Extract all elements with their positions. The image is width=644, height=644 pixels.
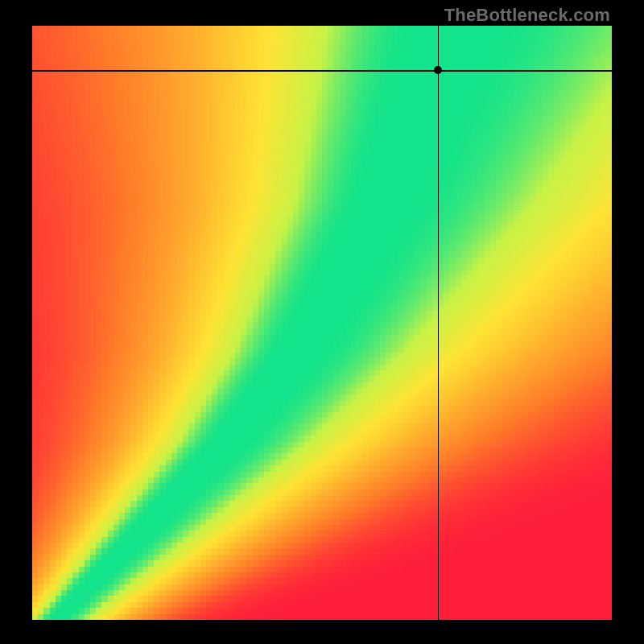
crosshair-vertical-top-extension <box>438 0 439 26</box>
heatmap-plot <box>32 26 612 620</box>
chart-frame: TheBottleneck.com <box>0 0 644 644</box>
attribution-watermark: TheBottleneck.com <box>444 5 610 26</box>
crosshair-horizontal-right-extension <box>612 70 644 71</box>
